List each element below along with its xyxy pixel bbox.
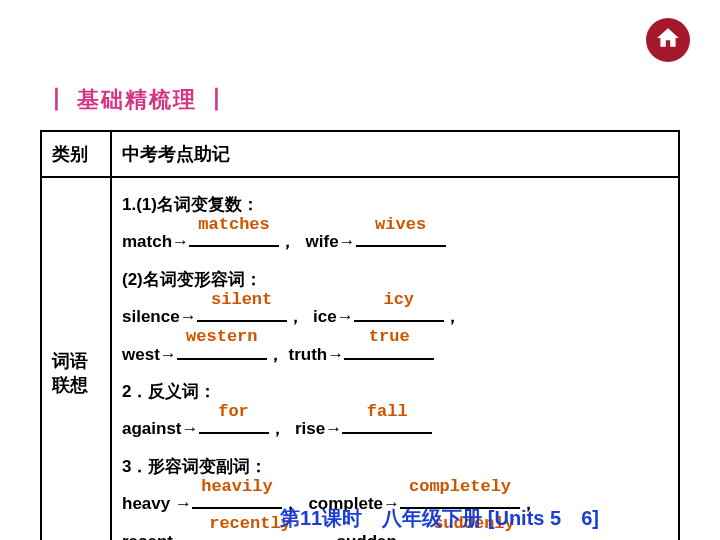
- row-content: 1.(1)名词变复数： match→matches， wife→wives (2…: [111, 177, 679, 540]
- ans-against: for: [199, 393, 269, 430]
- header-category: 类别: [41, 131, 111, 177]
- home-button[interactable]: [646, 18, 690, 62]
- blank-rise: fall: [342, 414, 432, 434]
- word-wife: wife→: [306, 232, 356, 251]
- blank-match: matches: [189, 227, 279, 247]
- blank-wife: wives: [356, 227, 446, 247]
- word-rise: rise→: [295, 419, 342, 438]
- word-west: west→: [122, 345, 177, 364]
- ans-rise: fall: [342, 393, 432, 430]
- header-notes: 中考考点助记: [111, 131, 679, 177]
- word-truth: truth→: [289, 345, 345, 364]
- home-icon: [655, 25, 681, 55]
- word-heavy: heavy →: [122, 494, 192, 513]
- row-label: 词语联想: [41, 177, 111, 540]
- ans-complete: completely: [400, 468, 520, 505]
- footer-lesson: 第11课时 八年级下册 [Units 5 6]: [280, 505, 599, 532]
- ans-silence: silent: [197, 281, 287, 318]
- ans-ice: icy: [354, 281, 444, 318]
- blank-against: for: [199, 414, 269, 434]
- section-title: ┃ 基础精梳理 ┃: [45, 85, 229, 115]
- word-recent: recent→: [122, 532, 190, 540]
- ans-wife: wives: [356, 206, 446, 243]
- table-body-row: 词语联想 1.(1)名词变复数： match→matches， wife→wiv…: [41, 177, 679, 540]
- ans-west: western: [177, 318, 267, 355]
- blank-truth: true: [344, 339, 434, 359]
- word-match: match→: [122, 232, 189, 251]
- table-header-row: 类别 中考考点助记: [41, 131, 679, 177]
- ans-truth: true: [344, 318, 434, 355]
- ans-match: matches: [189, 206, 279, 243]
- word-against: against→: [122, 419, 199, 438]
- blank-west: western: [177, 339, 267, 359]
- word-sudden: sudden→: [336, 532, 413, 540]
- ans-heavy: heavily: [192, 468, 282, 505]
- content-table: 类别 中考考点助记 词语联想 1.(1)名词变复数： match→matches…: [40, 130, 680, 540]
